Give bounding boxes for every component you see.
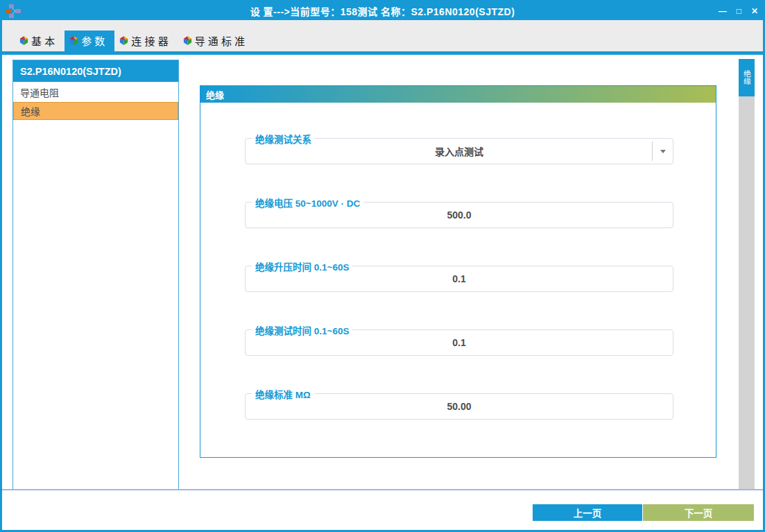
cube-icon: [69, 35, 79, 46]
combobox-value: 录入点测试: [246, 144, 673, 158]
tab-continuity-standard[interactable]: 导 通 标 准: [178, 31, 255, 51]
field-label: 绝缘电压 50~1000V · DC: [252, 196, 363, 209]
field-label: 绝缘升压时间 0.1~60S: [252, 259, 352, 273]
tab-label: 连 接 器: [131, 33, 168, 48]
insulation-test-time-input[interactable]: [246, 337, 673, 348]
side-tab-label: 绝缘: [741, 70, 753, 85]
insulation-voltage-input[interactable]: [246, 209, 673, 221]
groupbox-title: 绝缘: [200, 86, 716, 103]
title-bar: 设 置--->当前型号：158测试 名称：S2.P16N0120(SJTZD) …: [0, 0, 765, 22]
field-label: 绝缘标准 MΩ: [252, 387, 314, 401]
tab-label: 基 本: [31, 33, 55, 48]
side-vertical-tab-insulation[interactable]: 绝缘: [739, 59, 755, 96]
insulation-groupbox: 绝缘 绝缘测试关系 录入点测试 绝缘电压 50~1000V · DC 绝缘升压时…: [200, 85, 716, 458]
minimize-button[interactable]: —: [719, 7, 727, 15]
previous-page-button[interactable]: 上一页: [533, 504, 642, 521]
next-page-button[interactable]: 下一页: [643, 504, 754, 521]
sidebar: S2.P16N0120(SJTZD) 导通电阻 绝缘: [12, 60, 179, 490]
insulation-rampup-time-input[interactable]: [246, 273, 673, 284]
close-button[interactable]: ✕: [751, 7, 758, 15]
insulation-test-relation-combobox[interactable]: 绝缘测试关系 录入点测试: [245, 138, 673, 164]
tab-band: 基 本 参 数 连 接 器 导 通 标 准: [2, 20, 763, 55]
cube-icon: [119, 35, 129, 46]
settings-window: 设 置--->当前型号：158测试 名称：S2.P16N0120(SJTZD) …: [0, 0, 765, 532]
field-insulation-test-time: 绝缘测试时间 0.1~60S: [245, 329, 673, 356]
sidebar-item-insulation[interactable]: 绝缘: [13, 102, 178, 120]
insulation-standard-input[interactable]: [246, 401, 673, 412]
field-insulation-voltage: 绝缘电压 50~1000V · DC: [245, 202, 673, 228]
window-title: 设 置--->当前型号：158测试 名称：S2.P16N0120(SJTZD): [0, 4, 765, 18]
tab-bar: 基 本 参 数 连 接 器 导 通 标 准: [15, 31, 255, 51]
maximize-button[interactable]: □: [737, 7, 741, 15]
tab-label: 导 通 标 准: [195, 33, 246, 48]
field-label: 绝缘测试关系: [252, 132, 315, 146]
tab-basic[interactable]: 基 本: [15, 31, 65, 51]
tab-connector[interactable]: 连 接 器: [114, 31, 178, 51]
field-insulation-rampup-time: 绝缘升压时间 0.1~60S: [245, 266, 673, 292]
vertical-scrollbar-track[interactable]: [739, 96, 755, 489]
field-label: 绝缘测试时间 0.1~60S: [252, 323, 352, 337]
flowchart-icon: [6, 3, 24, 19]
field-insulation-standard: 绝缘标准 MΩ: [245, 393, 673, 420]
cube-icon: [19, 35, 29, 46]
cube-icon: [182, 35, 193, 46]
sidebar-item-continuity-resistance[interactable]: 导通电阻: [13, 83, 178, 101]
tab-label: 参 数: [81, 33, 105, 48]
sidebar-model-header: S2.P16N0120(SJTZD): [13, 60, 178, 82]
chevron-down-icon[interactable]: [652, 141, 673, 161]
field-insulation-test-relation: 绝缘测试关系 录入点测试: [245, 138, 673, 164]
